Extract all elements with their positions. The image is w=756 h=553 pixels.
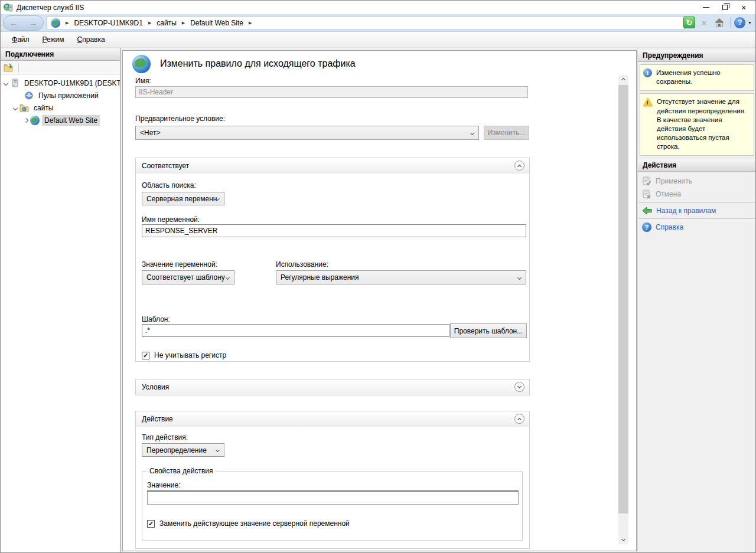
expand-section-button[interactable] [514, 382, 524, 392]
save-connection-icon[interactable] [4, 63, 14, 72]
scope-label: Область поиска: [142, 181, 196, 189]
test-pattern-button[interactable]: Проверить шаблон... [450, 323, 527, 338]
value-field[interactable] [147, 490, 519, 505]
tree-label-server[interactable]: DESKTOP-U1MK9D1 (DESKTOP [22, 78, 120, 89]
scroll-up-button[interactable] [618, 75, 628, 85]
tree-label-sites[interactable]: сайты [31, 103, 56, 113]
app-pools-icon [24, 91, 34, 100]
iis-manager-window: Диспетчер служб IIS × ← → ▶ DESKTOP-U1MK… [0, 0, 756, 553]
close-button[interactable]: × [734, 1, 753, 14]
chevron-down-icon [470, 130, 474, 135]
chevron-up-icon [621, 78, 625, 82]
menu-help[interactable]: Справка [71, 33, 112, 46]
toolbar-divider [730, 17, 731, 28]
breadcrumb-arrow-icon: ▶ [66, 21, 69, 25]
breadcrumb-sites[interactable]: сайты [157, 19, 177, 27]
back-arrow-icon [642, 207, 652, 215]
back-to-rules-label: Назад к правилам [656, 207, 716, 215]
toolbar-divider [18, 63, 19, 73]
pattern-label: Шаблон: [142, 315, 170, 323]
website-globe-icon [30, 116, 40, 125]
collapse-section-button[interactable] [514, 414, 524, 424]
value-label: Значение: [147, 481, 181, 489]
edit-precondition-button[interactable]: Изменить... [484, 126, 529, 140]
tree-item-sites[interactable]: сайты [1, 102, 120, 114]
tree-item-app-pools[interactable]: Пулы приложений [1, 89, 120, 102]
menu-file[interactable]: Файл [5, 33, 36, 46]
back-button[interactable]: ← [6, 18, 21, 28]
breadcrumb-arrow-icon: ▶ [249, 21, 252, 25]
connections-toolbar [1, 61, 120, 75]
ignore-case-label: Не учитывать регистр [154, 351, 226, 359]
chevron-down-icon [621, 537, 625, 541]
tree-label-app-pools[interactable]: Пулы приложений [36, 90, 101, 101]
cancel-label: Отмена [656, 190, 681, 198]
help-action[interactable]: ? Справка [638, 221, 756, 234]
conditions-section-header[interactable]: Условия [136, 379, 529, 395]
variable-name-field[interactable] [142, 224, 526, 237]
info-notice-text: Изменения успешно сохранены. [656, 68, 751, 86]
precondition-select[interactable]: <Нет> [135, 126, 479, 140]
page-title: Изменить правило для исходящего трафика [160, 58, 356, 69]
home-icon[interactable] [713, 17, 726, 28]
minimize-icon [703, 7, 709, 8]
forward-button[interactable]: → [26, 18, 40, 28]
match-section-header[interactable]: Соответствует [136, 158, 529, 174]
breadcrumb-arrow-icon: ▶ [148, 21, 151, 25]
minimize-button[interactable] [696, 1, 715, 14]
help-icon[interactable]: ? [734, 17, 745, 28]
expander-collapse-icon[interactable] [4, 80, 8, 85]
ignore-case-checkbox[interactable]: ✓ [142, 352, 149, 359]
ignore-case-row: ✓ Не учитывать регистр [142, 351, 226, 359]
operation-select[interactable]: Соответствует шаблону [142, 270, 234, 284]
pattern-field[interactable] [142, 324, 449, 337]
match-section: Соответствует Область поиска: Серверная … [135, 158, 530, 362]
tree-item-default-web-site[interactable]: Default Web Site [1, 114, 120, 126]
action-type-select[interactable]: Переопределение [142, 443, 224, 457]
actions-list: Применить Отмена Назад к правилам ? [638, 172, 756, 234]
chevron-up-icon [517, 417, 522, 421]
tree-label-default-web-site[interactable]: Default Web Site [42, 115, 100, 126]
menu-view[interactable]: Режим [36, 33, 71, 46]
warning-notice: ! Отсутствует значение для действия пере… [640, 93, 754, 156]
conditions-section: Условия [135, 379, 530, 395]
apply-action[interactable]: Применить [638, 175, 756, 188]
collapse-section-button[interactable] [514, 161, 524, 171]
breadcrumb[interactable]: ▶ DESKTOP-U1MK9D1 ▶ сайты ▶ Default Web … [47, 16, 685, 30]
tree-item-server[interactable]: DESKTOP-U1MK9D1 (DESKTOP [1, 77, 120, 89]
apply-icon [642, 176, 651, 186]
help-dropdown-caret-icon[interactable]: ▼ [748, 21, 752, 25]
match-section-title: Соответствует [142, 162, 189, 170]
apply-label: Применить [656, 177, 692, 185]
breadcrumb-default-web-site[interactable]: Default Web Site [190, 19, 243, 27]
help-label: Справка [656, 223, 683, 231]
back-to-rules-action[interactable]: Назад к правилам [638, 205, 756, 217]
action-properties-group: Свойства действия Значение: ✓ Заменить д… [142, 471, 523, 541]
expander-expand-icon[interactable] [24, 117, 28, 122]
action-section-header[interactable]: Действие [136, 411, 529, 427]
precondition-label: Предварительное условие: [135, 114, 225, 123]
warning-notice-text: Отсутствует значение для действия переоп… [657, 97, 751, 151]
expander-collapse-icon[interactable] [13, 105, 18, 110]
vertical-scrollbar[interactable] [618, 75, 628, 544]
info-notice: i Изменения успешно сохранены. [640, 64, 754, 91]
scroll-down-button[interactable] [618, 534, 628, 544]
refresh-icon[interactable]: ↻ [683, 17, 695, 28]
warning-icon: ! [643, 98, 653, 106]
usage-select[interactable]: Регулярные выражения [276, 270, 526, 284]
breadcrumb-server[interactable]: DESKTOP-U1MK9D1 [74, 19, 142, 27]
title-bar: Диспетчер служб IIS × [1, 1, 755, 14]
stop-icon[interactable]: × [698, 17, 710, 28]
breadcrumb-arrow-icon: ▶ [182, 21, 185, 25]
scope-select[interactable]: Серверная переменн [142, 192, 224, 205]
window-controls: × [696, 1, 753, 14]
scrollbar-thumb[interactable] [618, 85, 628, 513]
precondition-value: <Нет> [140, 129, 160, 137]
scope-value: Серверная переменн [146, 195, 217, 203]
cancel-action[interactable]: Отмена [638, 188, 756, 201]
menu-bar: Файл Режим Справка [1, 32, 755, 48]
actions-header: Действия [638, 159, 756, 172]
action-section: Действие Тип действия: Переопределение С… [135, 411, 530, 549]
replace-checkbox[interactable]: ✓ [147, 520, 155, 528]
restore-button[interactable] [715, 1, 734, 14]
